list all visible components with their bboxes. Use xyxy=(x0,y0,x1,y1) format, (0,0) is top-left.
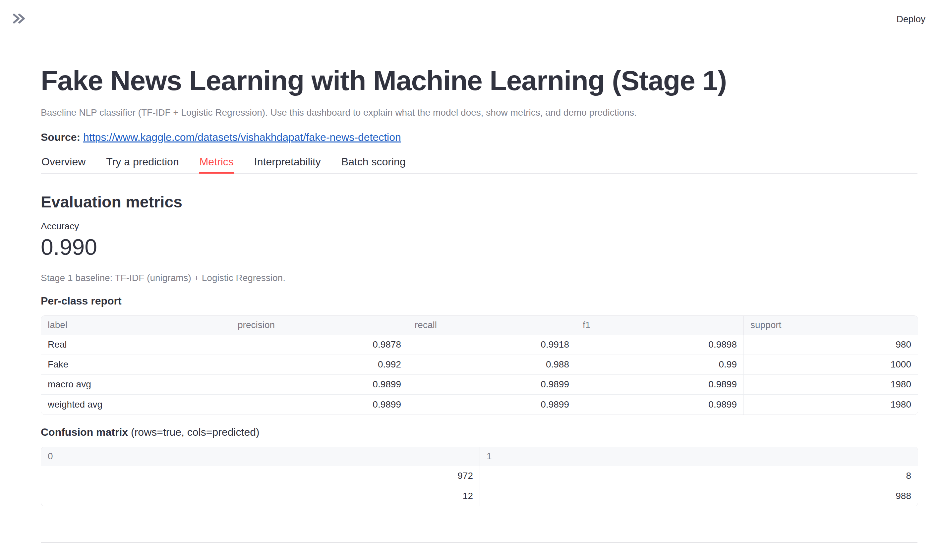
table-row: macro avg 0.9899 0.9899 0.9899 1980 xyxy=(41,375,918,395)
cell-label[interactable]: macro avg xyxy=(41,375,231,395)
cell-f1[interactable]: 0.9899 xyxy=(576,375,744,395)
tab-batch-scoring[interactable]: Batch scoring xyxy=(341,154,406,173)
column-header-label[interactable]: label xyxy=(41,316,231,335)
cell-f1[interactable]: 0.9899 xyxy=(576,395,744,415)
cell-support[interactable]: 1000 xyxy=(744,355,918,375)
divider xyxy=(41,542,917,543)
double-chevron-right-icon xyxy=(10,11,27,28)
tab-bar: Overview Try a prediction Metrics Interp… xyxy=(41,154,917,174)
column-header-precision[interactable]: precision xyxy=(231,316,408,335)
page-title: Fake News Learning with Machine Learning… xyxy=(41,63,917,99)
expand-sidebar-button[interactable] xyxy=(10,11,27,28)
cell-label[interactable]: Fake xyxy=(41,355,231,375)
cell-recall[interactable]: 0.9899 xyxy=(408,395,576,415)
confusion-matrix-title-bold: Confusion matrix xyxy=(41,426,128,438)
cell-f1[interactable]: 0.99 xyxy=(576,355,744,375)
cell-recall[interactable]: 0.9899 xyxy=(408,375,576,395)
section-title-evaluation-metrics: Evaluation metrics xyxy=(41,192,917,212)
source-link[interactable]: https://www.kaggle.com/datasets/vishakhd… xyxy=(83,131,401,143)
column-header-0[interactable]: 0 xyxy=(41,447,480,466)
column-header-recall[interactable]: recall xyxy=(408,316,576,335)
cell-true0-pred0[interactable]: 972 xyxy=(41,466,480,486)
table-row: Fake 0.992 0.988 0.99 1000 xyxy=(41,355,918,375)
main-content: Fake News Learning with Machine Learning… xyxy=(41,63,917,543)
cell-support[interactable]: 1980 xyxy=(744,395,918,415)
metric-value: 0.990 xyxy=(41,234,917,260)
app-header: Deploy xyxy=(0,0,940,38)
cell-true1-pred0[interactable]: 12 xyxy=(41,486,480,506)
cell-precision[interactable]: 0.992 xyxy=(231,355,408,375)
cell-label[interactable]: weighted avg xyxy=(41,395,231,415)
cell-support[interactable]: 1980 xyxy=(744,375,918,395)
cell-support[interactable]: 980 xyxy=(744,335,918,355)
column-header-f1[interactable]: f1 xyxy=(576,316,744,335)
cell-true0-pred1[interactable]: 8 xyxy=(480,466,918,486)
confusion-matrix-title: Confusion matrix (rows=true, cols=predic… xyxy=(41,425,917,439)
table-row: weighted avg 0.9899 0.9899 0.9899 1980 xyxy=(41,395,918,415)
table-row: 972 8 xyxy=(41,466,918,486)
cell-true1-pred1[interactable]: 988 xyxy=(480,486,918,506)
confusion-matrix-title-note: (rows=true, cols=predicted) xyxy=(131,426,260,438)
source-label: Source: xyxy=(41,131,80,143)
table-row: Real 0.9878 0.9918 0.9898 980 xyxy=(41,335,918,355)
page-subtitle: Baseline NLP classifier (TF-IDF + Logist… xyxy=(41,107,917,118)
confusion-matrix-table: 0 1 972 8 12 988 xyxy=(41,447,918,506)
cell-precision[interactable]: 0.9899 xyxy=(231,395,408,415)
per-class-report-table: label precision recall f1 support Real 0… xyxy=(41,315,918,415)
table-header-row: 0 1 xyxy=(41,447,918,466)
cell-precision[interactable]: 0.9878 xyxy=(231,335,408,355)
tab-try-a-prediction[interactable]: Try a prediction xyxy=(105,154,179,173)
baseline-caption: Stage 1 baseline: TF-IDF (unigrams) + Lo… xyxy=(41,272,917,284)
cell-recall[interactable]: 0.9918 xyxy=(408,335,576,355)
column-header-1[interactable]: 1 xyxy=(480,447,918,466)
column-header-support[interactable]: support xyxy=(744,316,918,335)
tab-interpretability[interactable]: Interpretability xyxy=(254,154,322,173)
per-class-report-title: Per-class report xyxy=(41,294,917,308)
cell-label[interactable]: Real xyxy=(41,335,231,355)
cell-precision[interactable]: 0.9899 xyxy=(231,375,408,395)
table-header-row: label precision recall f1 support xyxy=(41,316,918,335)
tab-metrics[interactable]: Metrics xyxy=(199,154,234,173)
cell-recall[interactable]: 0.988 xyxy=(408,355,576,375)
cell-f1[interactable]: 0.9898 xyxy=(576,335,744,355)
tab-overview[interactable]: Overview xyxy=(41,154,86,173)
accuracy-metric: Accuracy 0.990 xyxy=(41,221,917,260)
table-row: 12 988 xyxy=(41,486,918,506)
metric-label: Accuracy xyxy=(41,221,917,232)
deploy-button[interactable]: Deploy xyxy=(892,11,930,28)
source-line: Source: https://www.kaggle.com/datasets/… xyxy=(41,131,917,145)
